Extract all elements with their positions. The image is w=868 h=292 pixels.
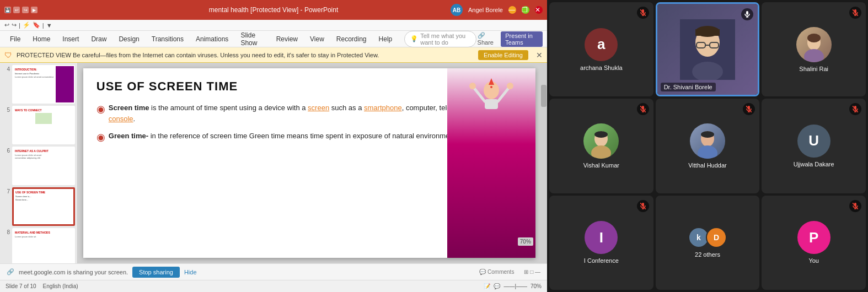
mic-mute-conference — [637, 200, 649, 212]
svg-point-28 — [807, 34, 821, 42]
screen-link[interactable]: screen — [308, 104, 329, 112]
hide-button[interactable]: Hide — [184, 269, 197, 275]
svg-point-3 — [469, 83, 476, 89]
slide-illustration — [469, 74, 513, 123]
comments-indicator: 💬 Comments — [479, 269, 514, 275]
svg-point-7 — [490, 86, 492, 88]
tell-me-box[interactable]: 💡 Tell me what you want to do — [404, 31, 476, 47]
sharing-bar: 🔗 meet.google.com is sharing your screen… — [0, 263, 547, 280]
participant-tile-others: k D 22 others — [656, 196, 760, 290]
ribbon-icon-5[interactable]: 🔖 — [33, 21, 40, 29]
stop-sharing-button[interactable]: Stop sharing — [132, 267, 180, 278]
mic-mute-shalini — [849, 7, 861, 19]
menu-file[interactable]: File — [4, 33, 26, 45]
slide-thumbnail-5[interactable]: 5 WAYS TO CONNECT — [2, 106, 75, 144]
slide-thumbnail-7[interactable]: 7 USE OF SCREEN TIME Screen time is... G… — [2, 187, 75, 226]
ribbon-icon-3[interactable]: | — [19, 22, 20, 29]
smartphone-link[interactable]: smartphone — [364, 104, 402, 112]
quick-access-redo[interactable]: ↪ — [22, 7, 29, 13]
zoom-percentage: 70% — [531, 283, 542, 289]
title-bar-right: AB Angel Borele — ❐ ✕ — [451, 4, 543, 16]
name-shivani: Dr. Shivani Borele — [661, 83, 716, 91]
name-vitthal: Vitthal Huddar — [688, 162, 727, 169]
menu-review[interactable]: Review — [271, 33, 303, 45]
svg-line-2 — [474, 88, 485, 101]
maximize-button[interactable]: ❐ — [522, 6, 529, 14]
avatar-vitthal — [690, 123, 725, 159]
avatar-ujjwala: U — [797, 125, 831, 158]
menu-recording[interactable]: Recording — [331, 33, 372, 45]
others-count: 22 others — [695, 251, 720, 258]
participant-tile-ujjwala: U Ujjwala Dakare — [762, 99, 866, 193]
lightbulb-icon: 💡 — [410, 35, 418, 42]
user-name: Angel Borele — [468, 7, 503, 13]
language: English (India) — [43, 283, 78, 289]
protected-close-button[interactable]: ✕ — [536, 51, 543, 60]
avatar-conference: I — [585, 221, 618, 254]
share-button[interactable]: 🔗 Share — [478, 32, 496, 46]
name-shalini: Shalini Rai — [799, 66, 828, 72]
svg-rect-12 — [746, 11, 748, 15]
protected-message: PROTECTED VIEW Be careful—files from the… — [17, 52, 379, 58]
close-button[interactable]: ✕ — [535, 6, 543, 14]
menu-slideshow[interactable]: Slide Show — [235, 29, 269, 49]
name-conference: I Conference — [584, 257, 619, 264]
avatar-archana: a — [585, 28, 618, 61]
slide-thumbnail-4[interactable]: 4 INTRODUCTION: Internet use in Pandemic… — [2, 65, 75, 104]
ribbon-icons: ↩ ↪ | ⚡ 🔖 | ▼ — [0, 20, 547, 31]
tell-me-text: Tell me what you want to do — [420, 33, 470, 46]
meet-panel: a archana Shukla Dr. Shivani — [547, 0, 868, 292]
title-bar-left: 💾 ↩ ↪ ▶ — [4, 7, 37, 13]
zoom-slider[interactable]: ——|—— — [503, 283, 527, 289]
menu-draw[interactable]: Draw — [85, 33, 112, 45]
others-avatars-group: k D — [688, 227, 727, 248]
slide-right-decoration — [447, 68, 535, 258]
quick-access-save[interactable]: 💾 — [4, 7, 11, 13]
slide-panel: 4 INTRODUCTION: Internet use in Pandemic… — [0, 63, 78, 263]
quick-access-undo[interactable]: ↩ — [13, 7, 20, 13]
svg-marker-6 — [489, 78, 494, 85]
powerpoint-window: 💾 ↩ ↪ ▶ mental health [Protected View] -… — [0, 0, 547, 292]
zoom-level: 70% — [518, 237, 533, 246]
avatar-vishal — [583, 123, 619, 159]
svg-point-35 — [594, 131, 608, 138]
enable-editing-button[interactable]: Enable Editing — [478, 50, 528, 60]
mic-mute-archana — [637, 7, 649, 19]
title-bar: 💾 ↩ ↪ ▶ mental health [Protected View] -… — [0, 0, 547, 20]
title-bar-title: mental health [Protected View] - PowerPo… — [209, 6, 339, 14]
main-content: 4 INTRODUCTION: Internet use in Pandemic… — [0, 63, 547, 263]
ribbon-icon-6[interactable]: | — [42, 22, 44, 29]
menu-help[interactable]: Help — [373, 33, 398, 45]
svg-point-36 — [591, 145, 611, 159]
participant-tile-vishal: Vishal Kumar — [549, 99, 653, 193]
mic-mute-vishal — [637, 103, 649, 115]
slide-position: Slide 7 of 10 — [6, 283, 36, 289]
sharing-link-icon: 🔗 — [7, 268, 14, 275]
right-status: 📝 💬 ——|—— 70% — [484, 283, 542, 289]
comments-icon[interactable]: 💬 — [494, 283, 500, 289]
slide-thumbnail-8[interactable]: 8 MATERIAL AND METHODS Lorem ipsum dolor… — [2, 228, 75, 263]
ribbon-icon-7[interactable]: ▼ — [46, 22, 52, 29]
slide-workspace: USE OF SCREEN TIME ◉ Screen time is the … — [78, 63, 541, 263]
quick-access-present[interactable]: ▶ — [31, 7, 37, 13]
notes-icon[interactable]: 📝 — [484, 283, 490, 289]
slide-thumbnail-6[interactable]: 6 INTERNET AS A CULPRIT Lorem ipsum dolo… — [2, 147, 75, 185]
ribbon-icon-4[interactable]: ⚡ — [23, 21, 30, 29]
name-you: You — [808, 257, 819, 264]
menu-home[interactable]: Home — [27, 33, 56, 45]
ribbon-icon-2[interactable]: ↪ — [12, 21, 17, 29]
menu-insert[interactable]: Insert — [57, 33, 84, 45]
menu-animations[interactable]: Animations — [190, 33, 234, 45]
menu-view[interactable]: View — [304, 33, 330, 45]
bullet-dot-2: ◉ — [97, 130, 105, 145]
workspace-scrollbar[interactable] — [541, 63, 547, 263]
menu-transitions[interactable]: Transitions — [146, 33, 189, 45]
present-teams-button[interactable]: Present in Teams — [501, 31, 543, 47]
menu-design[interactable]: Design — [113, 33, 144, 45]
protected-view-bar: 🛡 PROTECTED VIEW Be careful—files from t… — [0, 47, 547, 63]
participant-tile-vitthal: Vitthal Huddar — [656, 99, 760, 193]
minimize-button[interactable]: — — [508, 6, 516, 14]
participant-tile-conference: I I Conference — [549, 196, 653, 290]
ribbon-icon-1[interactable]: ↩ — [4, 21, 9, 29]
name-ujjwala: Ujjwala Dakare — [794, 161, 834, 167]
